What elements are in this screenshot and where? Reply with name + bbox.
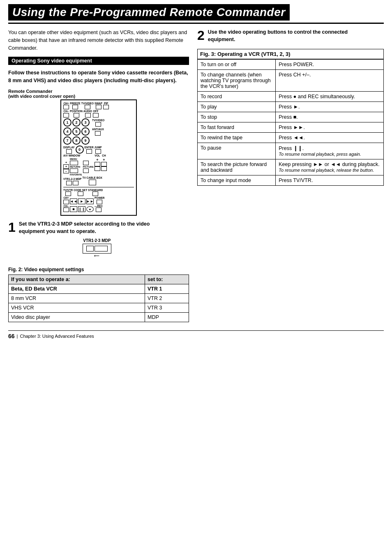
play-btn[interactable]: ► bbox=[78, 198, 85, 204]
two-column-layout: You can operate other video equipment (s… bbox=[8, 29, 384, 322]
stop-btn[interactable]: ■ bbox=[70, 206, 77, 212]
page-title: Using the Pre-Programmed Remote Commande… bbox=[8, 4, 290, 21]
footer-chapter: Chapter 3: Using Advanced Features bbox=[20, 334, 94, 339]
position-btn[interactable] bbox=[74, 113, 79, 118]
fig2-setting-cell: VTR 2 bbox=[145, 294, 189, 303]
remote-row-6: DISPLAY 0 ENTER JUMP bbox=[63, 145, 134, 154]
num1-btn[interactable]: 1 bbox=[63, 118, 71, 127]
vtr-btn2[interactable] bbox=[73, 181, 78, 185]
num6-btn[interactable]: 6 bbox=[81, 127, 90, 136]
fig3-action-cell: To stop bbox=[198, 112, 276, 122]
fig3-row: To rewind the tapePress ◄◄. bbox=[198, 133, 384, 143]
fig2-setting-cell: VTR 3 bbox=[145, 303, 189, 313]
remote-row-4: 4 5 6 ANT/AUX bbox=[63, 127, 134, 136]
fig2-setting-cell: VTR 1 bbox=[145, 284, 189, 294]
tvvtr-btn[interactable] bbox=[65, 191, 71, 196]
step1-text: Set the VTR1-2-3 MDP selector according … bbox=[19, 221, 175, 235]
ch-down-btn[interactable] bbox=[101, 166, 107, 171]
vol-minus-btn[interactable] bbox=[95, 166, 100, 171]
fig3-action-cell: To play bbox=[198, 102, 276, 112]
tv-cable-btn[interactable] bbox=[89, 180, 96, 185]
fig3-action-cell: To search the picture forward and backwa… bbox=[198, 159, 276, 175]
ch-minus-btn[interactable] bbox=[63, 113, 69, 118]
avwin-plus-btn[interactable]: + bbox=[63, 164, 69, 169]
power-btn[interactable] bbox=[97, 200, 102, 204]
page-footer: 66 | Chapter 3: Using Advanced Features bbox=[8, 330, 384, 339]
tvvideo-btn[interactable] bbox=[85, 105, 90, 109]
fig3-action-cell: To rewind the tape bbox=[198, 133, 276, 143]
codeset-btn[interactable] bbox=[78, 191, 83, 196]
fig3-action-cell: To change channels (when watching TV pro… bbox=[198, 70, 276, 92]
remote-row-2: CH– POSITION AUDIO OFF bbox=[63, 110, 134, 118]
freeze-btn[interactable] bbox=[72, 105, 78, 109]
vtr-btn1[interactable] bbox=[66, 181, 72, 185]
fig3-instruction-cell: Press ◄◄. bbox=[276, 133, 384, 143]
remote-row-8: VTR1-2-3 MDP TV CABLE BOX bbox=[63, 177, 134, 185]
vtr-selector-btn1[interactable] bbox=[86, 246, 94, 251]
pip-btn[interactable] bbox=[103, 105, 109, 109]
fig2-col2-header: set to: bbox=[145, 275, 189, 284]
return-btn[interactable] bbox=[70, 168, 78, 173]
fig3-row: To pausePress ❙❙. To resume normal playb… bbox=[198, 143, 384, 159]
remote-row-7: A/V WINDOW + + – MENU RET bbox=[63, 155, 134, 176]
fig2-device-cell: VHS VCR bbox=[9, 303, 145, 313]
rec-dot-btn[interactable]: ● bbox=[86, 206, 94, 212]
ch-plus2-btn[interactable] bbox=[63, 200, 69, 204]
ff-btn[interactable]: ►► bbox=[86, 198, 94, 204]
intro-text: You can operate other video equipment (s… bbox=[8, 29, 189, 52]
pause-btn[interactable]: ❙❙ bbox=[78, 206, 85, 212]
fig3-table: To turn on or offPress POWER.To change c… bbox=[197, 59, 384, 186]
right-column: 2 Use the video operating buttons to con… bbox=[197, 29, 384, 322]
step1-content: Set the VTR1-2-3 MDP selector according … bbox=[19, 221, 175, 261]
remote-row-5: 7 8 9 bbox=[63, 136, 134, 145]
vtr-diagram: VTR1·2·3 MDP ⟵ bbox=[19, 238, 175, 258]
fig3-row: To search the picture forward and backwa… bbox=[198, 159, 384, 175]
fig2-col1-header: If you want to operate a: bbox=[9, 275, 145, 284]
fig3-note: To resume normal playback, press again. bbox=[279, 152, 361, 157]
num5-btn[interactable]: 5 bbox=[72, 127, 81, 136]
ch-plus-btn[interactable] bbox=[63, 105, 69, 109]
display-btn[interactable] bbox=[66, 149, 72, 154]
num2-btn[interactable]: 2 bbox=[72, 118, 81, 127]
vtr-diagram-label: VTR1·2·3 MDP bbox=[19, 238, 175, 243]
enter-btn[interactable] bbox=[86, 149, 92, 154]
fig3-row: To turn on or offPress POWER. bbox=[198, 60, 384, 70]
ch-minus2-btn[interactable] bbox=[63, 208, 69, 212]
remote-diagram: CH+ FREEZE TV/VIDEO SWAP bbox=[8, 99, 189, 216]
ch-up-btn[interactable] bbox=[101, 162, 107, 166]
menu-btn[interactable] bbox=[70, 161, 78, 165]
page-number: 66 bbox=[8, 333, 15, 339]
fig3-instruction-cell: Press ● and REC simultaneously. bbox=[276, 92, 384, 102]
tvvideo2-btn[interactable] bbox=[95, 122, 101, 127]
fig3-instruction-cell: Press ►. bbox=[276, 102, 384, 112]
step1-area: 1 Set the VTR1-2-3 MDP selector accordin… bbox=[8, 221, 189, 261]
remote-row-11: CH– ■ ❙❙ ● —REC bbox=[63, 205, 134, 212]
rewind-btn[interactable]: ◄◄ bbox=[70, 198, 77, 204]
num9-btn[interactable]: 9 bbox=[81, 136, 90, 145]
remote-body: CH+ FREEZE TV/VIDEO SWAP bbox=[60, 99, 137, 216]
avwin-minus-btn[interactable]: – bbox=[63, 169, 69, 173]
picture-plus-btn[interactable] bbox=[83, 161, 89, 165]
off-btn[interactable] bbox=[93, 113, 99, 118]
swap-btn[interactable] bbox=[96, 105, 101, 109]
num4-btn[interactable]: 4 bbox=[63, 127, 71, 136]
audio-btn[interactable] bbox=[85, 113, 91, 118]
antaux-btn[interactable] bbox=[95, 131, 101, 136]
vol-plus-btn[interactable] bbox=[95, 162, 100, 166]
num3-btn[interactable]: 3 bbox=[81, 118, 90, 127]
rec-btn[interactable] bbox=[96, 208, 101, 212]
vtr-selector-btn2[interactable] bbox=[95, 246, 108, 251]
fig3-action-cell: To change input mode bbox=[198, 175, 276, 186]
picture-minus-btn[interactable] bbox=[83, 168, 89, 173]
step2-content: Use the video operating buttons to contr… bbox=[208, 29, 364, 43]
standard-btn[interactable] bbox=[92, 191, 98, 196]
num8-btn[interactable]: 8 bbox=[72, 136, 81, 145]
num7-btn[interactable]: 7 bbox=[63, 136, 71, 145]
num0-btn[interactable]: 0 bbox=[76, 145, 84, 154]
left-column: You can operate other video equipment (s… bbox=[8, 29, 189, 322]
jump-btn[interactable] bbox=[95, 149, 101, 154]
fig3-row: To stopPress ■. bbox=[198, 112, 384, 122]
fig3-action-cell: To pause bbox=[198, 143, 276, 159]
fig3-section: Fig. 3: Operating a VCR (VTR1, 2, 3) To … bbox=[197, 49, 384, 186]
remote-row-1: CH+ FREEZE TV/VIDEO SWAP bbox=[63, 102, 134, 110]
